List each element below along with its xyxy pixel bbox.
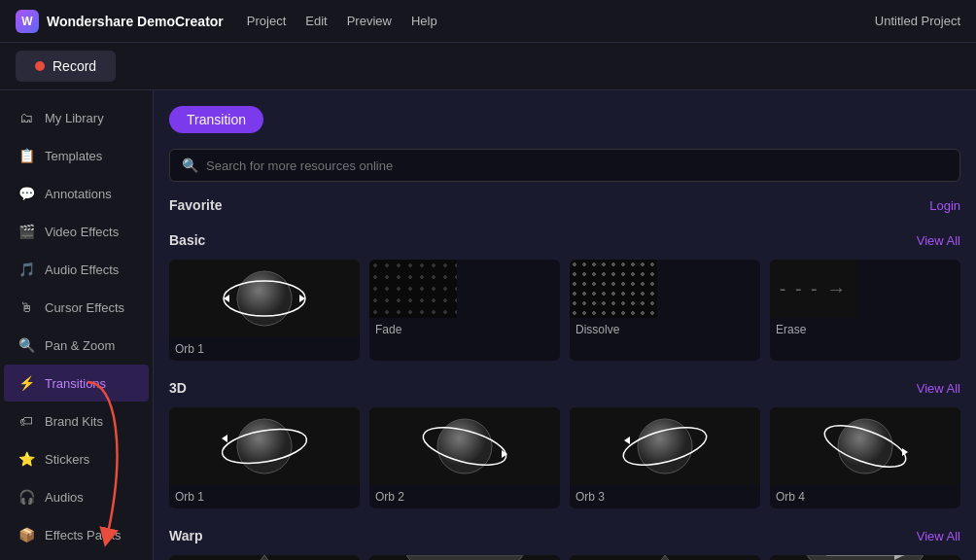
3d-card-orb2[interactable]: Orb 2	[369, 407, 560, 508]
record-dot-icon	[35, 61, 45, 71]
warp-card-1[interactable]: ↺	[169, 555, 360, 560]
warp-card-3[interactable]: ↑	[570, 555, 760, 560]
menu-project[interactable]: Project	[247, 14, 286, 28]
3d-orb3-thumb	[570, 407, 760, 485]
warp-card-4[interactable]	[770, 555, 960, 560]
templates-icon: 📋	[17, 147, 35, 164]
brand-kits-icon: 🏷	[17, 412, 35, 430]
menu-edit[interactable]: Edit	[305, 14, 327, 28]
orb1-label: Orb 1	[169, 337, 360, 361]
3d-section-header: 3D View All	[169, 380, 960, 396]
sidebar-item-effects-packs[interactable]: 📦 Effects Packs	[4, 516, 149, 553]
content-area: Transition 🔍 Favorite Login Basic View A…	[154, 90, 976, 560]
sidebar-label-audios: Audios	[45, 490, 84, 505]
basic-card-orb1[interactable]: Orb 1	[169, 260, 360, 361]
basic-card-erase[interactable]: - - - → ☆ ↓ Erase	[770, 260, 960, 361]
svg-point-13	[838, 419, 892, 473]
transitions-icon: ⚡	[17, 374, 35, 392]
search-icon: 🔍	[182, 158, 198, 173]
audio-effects-icon: 🎵	[17, 261, 35, 278]
svg-marker-23	[607, 555, 723, 560]
sidebar-item-templates[interactable]: 📋 Templates	[4, 137, 149, 174]
fade-label: Fade	[369, 318, 560, 341]
favorite-header: Favorite Login	[169, 197, 960, 213]
erase-label: Erase	[770, 318, 960, 341]
favorite-title: Favorite	[169, 197, 222, 213]
warp-section-header: Warp View All	[169, 528, 960, 543]
sidebar-item-brand-kits[interactable]: 🏷 Brand Kits	[4, 402, 149, 439]
basic-title: Basic	[169, 232, 205, 248]
tab-header: Transition	[169, 106, 960, 133]
erase-arrow-icon: - - - →	[780, 278, 849, 300]
app-name: Wondershare DemoCreator	[47, 14, 224, 29]
sidebar-item-audio-effects[interactable]: 🎵 Audio Effects	[4, 251, 149, 288]
warp-view-all[interactable]: View All	[917, 529, 960, 543]
basic-section: Basic View All	[169, 232, 960, 361]
3d-card-orb3[interactable]: Orb 3	[570, 407, 760, 508]
3d-orb2-label: Orb 2	[369, 485, 560, 508]
search-input[interactable]	[206, 158, 948, 173]
3d-orb2-thumb	[369, 407, 560, 485]
warp1-thumb: ↺	[169, 555, 360, 560]
warp4-thumb	[770, 555, 960, 560]
transition-tab[interactable]: Transition	[169, 106, 263, 133]
sidebar-label-templates: Templates	[45, 149, 102, 163]
3d-title: 3D	[169, 380, 187, 396]
3d-card-orb1[interactable]: Orb 1	[169, 407, 360, 508]
stickers-icon: ⭐	[17, 450, 35, 468]
3d-view-all[interactable]: View All	[917, 381, 960, 396]
svg-point-4	[237, 419, 292, 473]
sidebar-label-pan-zoom: Pan & Zoom	[45, 338, 115, 353]
effects-packs-icon: 📦	[17, 526, 35, 543]
basic-card-fade[interactable]: Fade	[369, 260, 560, 361]
warp2-thumb: ↔ 🔍	[369, 555, 560, 560]
warp-section: Warp View All ↺	[169, 528, 960, 560]
login-link[interactable]: Login	[929, 198, 960, 213]
3d-orb1-label: Orb 1	[169, 485, 360, 508]
sidebar-item-cursor-effects[interactable]: 🖱 Cursor Effects	[4, 289, 149, 326]
3d-card-orb4[interactable]: Orb 4	[770, 407, 960, 508]
app-logo: W Wondershare DemoCreator	[16, 10, 224, 33]
basic-card-grid: Orb 1 Fade Dissolve - - - →	[169, 260, 960, 361]
sidebar-label-cursor-effects: Cursor Effects	[45, 300, 124, 315]
sidebar-item-transitions[interactable]: ⚡ Transitions	[4, 365, 149, 402]
my-library-icon: 🗂	[17, 109, 35, 126]
sidebar-item-stickers[interactable]: ⭐ Stickers	[4, 440, 149, 477]
basic-view-all[interactable]: View All	[917, 233, 960, 248]
svg-marker-16	[206, 555, 323, 560]
sidebar-item-audios[interactable]: 🎧 Audios	[4, 478, 149, 515]
sidebar-wrapper: 🗂 My Library 📋 Templates 💬 Annotations 🎬…	[0, 90, 154, 560]
main-layout: 🗂 My Library 📋 Templates 💬 Annotations 🎬…	[0, 90, 976, 560]
cursor-effects-icon: 🖱	[17, 298, 35, 316]
sidebar-label-annotations: Annotations	[45, 187, 112, 201]
svg-marker-12	[624, 437, 630, 444]
menu-help[interactable]: Help	[411, 14, 437, 28]
audios-icon: 🎧	[17, 488, 35, 506]
app-logo-icon: W	[16, 10, 39, 33]
sidebar-item-my-library[interactable]: 🗂 My Library	[4, 99, 149, 136]
pan-zoom-icon: 🔍	[17, 336, 35, 354]
sidebar-item-video-effects[interactable]: 🎬 Video Effects	[4, 213, 149, 250]
record-button[interactable]: Record	[16, 51, 116, 82]
search-bar: 🔍	[169, 149, 960, 182]
record-area: Record	[0, 43, 976, 90]
project-title: Untitled Project	[875, 14, 960, 28]
annotations-icon: 💬	[17, 185, 35, 202]
warp-title: Warp	[169, 528, 202, 543]
3d-orb3-label: Orb 3	[570, 485, 760, 508]
sidebar-label-effects-packs: Effects Packs	[45, 528, 122, 542]
sidebar-item-pan-zoom[interactable]: 🔍 Pan & Zoom	[4, 327, 149, 364]
basic-card-dissolve[interactable]: Dissolve	[570, 260, 760, 361]
topbar-menu: Project Edit Preview Help	[247, 14, 437, 28]
sidebar: 🗂 My Library 📋 Templates 💬 Annotations 🎬…	[0, 90, 154, 560]
warp-card-2[interactable]: ↔ 🔍	[369, 555, 560, 560]
svg-marker-27	[807, 555, 924, 560]
warp3-thumb: ↑	[570, 555, 760, 560]
svg-marker-20	[406, 555, 523, 560]
3d-card-grid: Orb 1	[169, 407, 960, 508]
svg-point-0	[237, 271, 292, 326]
menu-preview[interactable]: Preview	[347, 14, 392, 28]
3d-orb4-label: Orb 4	[770, 485, 960, 508]
fade-thumb	[369, 260, 457, 318]
sidebar-item-annotations[interactable]: 💬 Annotations	[4, 175, 149, 212]
